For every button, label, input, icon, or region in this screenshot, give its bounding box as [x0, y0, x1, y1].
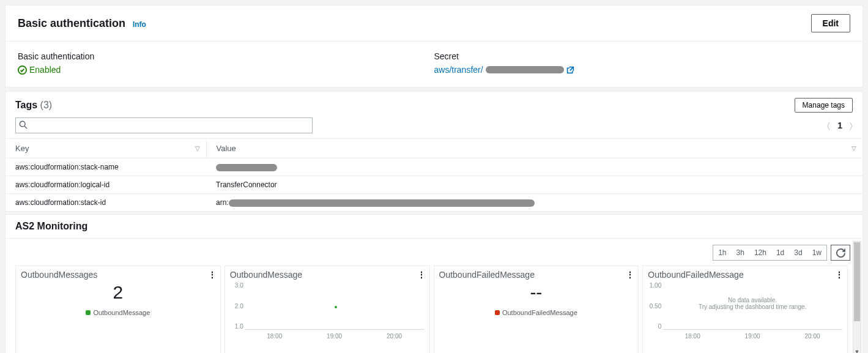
page-current: 1 — [837, 121, 842, 130]
page-prev-button[interactable]: 〈 — [827, 121, 830, 131]
chart-menu-button[interactable]: ⋮ — [208, 270, 217, 280]
table-row: aws:cloudformation:stack-idarn: — [6, 194, 862, 212]
time-range-12h[interactable]: 12h — [749, 245, 771, 260]
basic-auth-title: Basic authentication — [18, 17, 125, 30]
basic-auth-body: Basic authentication Enabled Secret aws/… — [6, 42, 862, 87]
y-axis: 1.000.500 — [648, 282, 661, 330]
tags-count: (3) — [40, 100, 53, 110]
tags-search-row: 〈 1 〉 — [6, 115, 862, 138]
chart-value: -- — [439, 282, 634, 303]
chart-title: OutboundMessages — [21, 270, 215, 280]
mini-chart: 1.000.500No data available.Try adjusting… — [662, 282, 842, 337]
table-row: aws:cloudformation:logical-idTransferCon… — [6, 176, 862, 194]
chart-card: OutboundMessage⋮3.02.01.018:0019:0020:00 — [224, 266, 430, 353]
tag-key-cell: aws:cloudformation:logical-id — [6, 176, 206, 194]
time-range-group: 1h3h12h1d3d1w — [713, 245, 827, 261]
info-link[interactable]: Info — [133, 20, 146, 29]
tags-pagination: 〈 1 〉 — [827, 121, 853, 131]
svg-line-2 — [24, 126, 27, 128]
col-value-header: Value — [217, 144, 236, 153]
check-circle-icon — [18, 65, 27, 75]
chart-menu-button[interactable]: ⋮ — [626, 270, 634, 280]
table-row: aws:cloudformation:stack-name — [6, 158, 862, 176]
external-link-icon — [566, 66, 574, 74]
time-range-3h[interactable]: 3h — [732, 245, 749, 260]
redacted-value — [229, 199, 535, 207]
edit-button[interactable]: Edit — [811, 14, 850, 32]
charts-row: OutboundMessages⋮2OutboundMessageOutboun… — [15, 266, 848, 353]
tag-key-cell: aws:cloudformation:stack-name — [6, 158, 206, 176]
chart-menu-button[interactable]: ⋮ — [417, 270, 426, 280]
chart-legend: OutboundMessage — [21, 309, 215, 316]
tag-key-cell: aws:cloudformation:stack-id — [6, 194, 206, 212]
search-icon — [19, 121, 28, 131]
tag-value-cell: arn: — [206, 194, 862, 212]
time-range-1d[interactable]: 1d — [771, 245, 789, 260]
tag-value-cell: TransferConnector — [206, 176, 862, 194]
chart-card: OutboundFailedMessage⋮--OutboundFailedMe… — [434, 266, 639, 353]
chart-value: 2 — [21, 282, 215, 303]
secret-label: Secret — [434, 51, 851, 61]
redacted-value — [216, 164, 277, 171]
legend-dot-icon — [86, 310, 91, 315]
basic-auth-header: Basic authentication Info Edit — [6, 6, 862, 42]
svg-point-1 — [20, 121, 25, 127]
chart-title: OutboundMessage — [230, 270, 425, 280]
page-next-button[interactable]: 〉 — [850, 121, 853, 131]
chart-title: OutboundFailedMessage — [648, 270, 842, 280]
plot-area — [245, 282, 425, 330]
tag-value-cell — [206, 158, 862, 176]
legend-label: OutboundMessage — [93, 309, 150, 316]
tags-table: Key ▽ Value ▽ aws:cloudformation:stack-n… — [6, 138, 862, 211]
no-data-message: No data available.Try adjusting the dash… — [662, 297, 842, 310]
chart-legend: OutboundFailedMessage — [439, 309, 634, 316]
manage-tags-button[interactable]: Manage tags — [795, 98, 853, 113]
chart-title: OutboundFailedMessage — [439, 270, 634, 280]
time-range-1w[interactable]: 1w — [807, 245, 826, 260]
legend-dot-icon — [495, 310, 500, 315]
refresh-icon — [836, 248, 845, 258]
time-range-1h[interactable]: 1h — [713, 245, 731, 260]
scroll-down-icon[interactable]: ▼ — [853, 349, 861, 353]
vertical-scrollbar[interactable]: ▲ ▼ — [853, 241, 861, 353]
monitoring-title: AS2 Monitoring — [6, 215, 862, 239]
col-key-header: Key — [15, 144, 29, 153]
sort-value-icon[interactable]: ▽ — [851, 145, 856, 152]
time-range-3d[interactable]: 3d — [789, 245, 807, 260]
data-point — [335, 306, 337, 308]
secret-link[interactable]: aws/transfer/ — [434, 65, 574, 75]
tags-search-box — [15, 117, 313, 133]
status-text: Enabled — [29, 65, 61, 75]
mini-chart: 3.02.01.018:0019:0020:00 — [245, 282, 425, 337]
monitoring-body: 1h3h12h1d3d1w OutboundMessages⋮2Outbound… — [6, 239, 862, 353]
chart-card: OutboundMessages⋮2OutboundMessage — [15, 266, 221, 353]
plot-area: No data available.Try adjusting the dash… — [662, 282, 842, 330]
monitoring-toolbar: 1h3h12h1d3d1w — [713, 245, 850, 261]
tags-search-input[interactable] — [15, 117, 313, 133]
refresh-button[interactable] — [831, 245, 850, 261]
legend-label: OutboundFailedMessage — [502, 309, 577, 316]
sort-key-icon[interactable]: ▽ — [195, 145, 200, 152]
monitoring-panel: AS2 Monitoring 1h3h12h1d3d1w OutboundMes… — [5, 214, 863, 353]
chart-card: OutboundFailedMessage⋮1.000.500No data a… — [642, 266, 848, 353]
tags-header: Tags (3) Manage tags — [6, 92, 862, 115]
chart-menu-button[interactable]: ⋮ — [835, 270, 844, 280]
tags-title: Tags — [15, 100, 37, 110]
basic-auth-panel: Basic authentication Info Edit Basic aut… — [5, 5, 863, 87]
status-enabled: Enabled — [18, 65, 434, 75]
secret-redacted — [486, 66, 564, 73]
scroll-thumb[interactable] — [854, 242, 860, 321]
y-axis: 3.02.01.0 — [230, 282, 243, 330]
secret-prefix: aws/transfer/ — [434, 65, 483, 75]
x-axis: 18:0019:0020:00 — [245, 333, 425, 340]
tags-panel: Tags (3) Manage tags 〈 1 〉 Key ▽ Val — [5, 91, 863, 212]
x-axis: 18:0019:0020:00 — [662, 333, 842, 340]
basic-auth-label: Basic authentication — [18, 51, 434, 61]
